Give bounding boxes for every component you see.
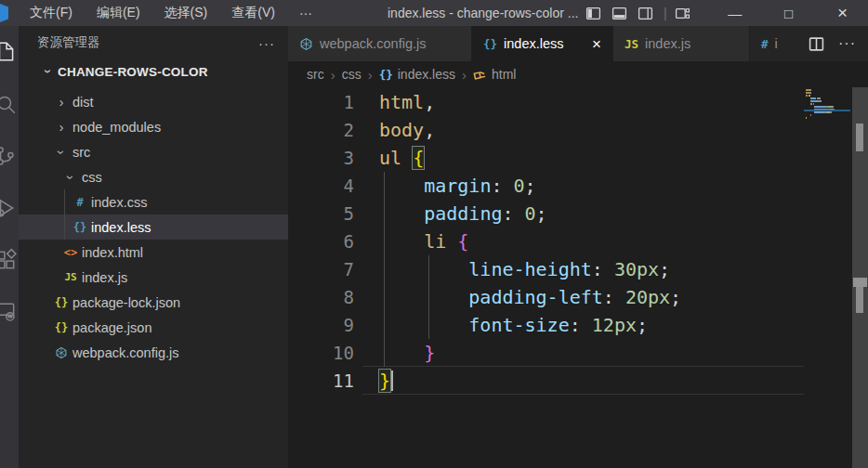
json-file-icon: {} — [52, 321, 71, 334]
scrollbar-cap[interactable] — [853, 278, 867, 287]
code-token — [379, 175, 424, 197]
minimap-line — [806, 95, 808, 97]
tab-label: index.less — [504, 36, 563, 51]
tree-item-package.json[interactable]: {}package.json — [19, 315, 288, 340]
html-file-icon: <> — [61, 246, 80, 259]
tree-item-label: index.html — [82, 245, 143, 260]
code-line-8[interactable]: 8 padding-left: 20px; — [288, 283, 804, 311]
code-token — [401, 147, 413, 169]
split-editor-icon[interactable] — [809, 36, 824, 52]
activity-bar — [0, 26, 19, 468]
scrollbar-track[interactable] — [852, 87, 868, 468]
tree-item-webpack.config.js[interactable]: webpack.config.js — [19, 340, 288, 365]
tree-item-index.html[interactable]: <>index.html — [19, 240, 288, 265]
source-control-icon[interactable] — [0, 130, 19, 182]
minimap-line — [813, 103, 814, 105]
breadcrumb-label: src — [307, 67, 324, 82]
code-token: 0 — [525, 202, 536, 225]
maximize-button[interactable]: □ — [775, 6, 803, 21]
close-button[interactable]: × — [829, 3, 857, 23]
tree-item-label: index.css — [91, 195, 147, 210]
code-line-4[interactable]: 4 margin: 0; — [288, 172, 804, 200]
line-number: 7 — [288, 255, 354, 283]
line-number: 11 — [288, 367, 354, 395]
code-token: line-height — [468, 258, 591, 280]
tab-index.less[interactable]: {}index.less× — [472, 26, 613, 61]
breadcrumb-item-css[interactable]: css — [342, 67, 362, 82]
code-line-1[interactable]: 1html, — [288, 88, 804, 116]
editor-group: webpack.config.js{}index.less×JSindex.js… — [288, 26, 868, 468]
tree-item-css[interactable]: ›css — [19, 164, 288, 189]
line-text: line-height: 30px; — [354, 255, 670, 283]
minimize-button[interactable]: — — [721, 6, 749, 21]
code-line-3[interactable]: 3ul { — [288, 144, 804, 172]
minimap-line — [810, 100, 818, 102]
explorer-more-icon[interactable]: ··· — [258, 35, 275, 51]
tab-index.js[interactable]: JSindex.js — [613, 26, 750, 61]
scrollbar-thumb-2[interactable] — [856, 287, 863, 313]
breadcrumb-item-html[interactable]: html — [473, 67, 516, 82]
json-file-icon: {} — [52, 296, 71, 309]
project-name: CHANGE-ROWS-COLOR — [58, 65, 208, 79]
run-debug-icon[interactable] — [0, 182, 19, 234]
tab-close-icon[interactable]: × — [592, 36, 601, 52]
line-number: 1 — [288, 88, 354, 116]
project-root-row[interactable]: › CHANGE-ROWS-COLOR — [19, 59, 288, 84]
code-line-2[interactable]: 2body, — [288, 116, 804, 144]
code-line-10[interactable]: 10 } — [288, 339, 804, 367]
breadcrumb-item-index.less[interactable]: {}index.less — [379, 67, 455, 82]
code-token: body — [379, 119, 424, 141]
menu-item[interactable]: 查看(V) — [219, 0, 287, 26]
chevron-right-icon: › — [52, 95, 71, 110]
less-file-icon: {} — [379, 68, 393, 82]
tree-item-index.js[interactable]: JSindex.js — [19, 265, 288, 290]
line-text: font-size: 12px; — [354, 311, 648, 339]
window-title: index.less - change-rows-color ... — [388, 0, 578, 26]
layout-customize-icon[interactable] — [675, 6, 690, 21]
tree-item-package-lock.json[interactable]: {}package-lock.json — [19, 290, 288, 315]
layout-panel-icon[interactable] — [612, 6, 627, 21]
file-tree: ›dist›node_modules›src›css#index.css{}in… — [19, 89, 288, 365]
code-token: { — [413, 147, 424, 169]
tree-item-label: webpack.config.js — [72, 345, 178, 360]
extensions-icon[interactable] — [0, 234, 19, 286]
tree-item-index.less[interactable]: {}index.less — [19, 214, 288, 240]
layout-sidebar-left-icon[interactable] — [585, 6, 601, 21]
code-token: padding-left — [468, 286, 603, 308]
tree-item-node_modules[interactable]: ›node_modules — [19, 114, 288, 139]
breadcrumb-label: html — [492, 67, 516, 82]
explorer-icon[interactable] — [0, 26, 19, 78]
scrollbar-thumb[interactable] — [856, 124, 863, 151]
breadcrumb-item-src[interactable]: src — [307, 67, 324, 82]
code-line-11[interactable]: 11} — [288, 367, 804, 395]
code-line-7[interactable]: 7 line-height: 30px; — [288, 255, 804, 283]
line-number: 8 — [288, 283, 354, 311]
code-line-9[interactable]: 9 font-size: 12px; — [288, 311, 804, 339]
menu-item[interactable]: 选择(S) — [152, 0, 220, 26]
search-icon[interactable] — [0, 78, 19, 130]
menu-more-icon[interactable]: ··· — [287, 0, 324, 26]
code-token: 20px — [625, 286, 670, 308]
tree-item-dist[interactable]: ›dist — [19, 89, 288, 114]
menu-item[interactable]: 文件(F) — [18, 0, 85, 26]
code-token — [446, 230, 457, 253]
code-line-5[interactable]: 5 padding: 0; — [288, 200, 804, 228]
tree-item-src[interactable]: ›src — [19, 139, 288, 164]
js-file-icon: JS — [625, 37, 638, 51]
tree-item-index.css[interactable]: #index.css — [19, 189, 288, 214]
code-token: padding — [424, 202, 502, 225]
layout-sidebar-right-icon[interactable] — [638, 6, 653, 21]
code-editor[interactable]: 1html,2body,3ul {4 margin: 0;5 padding: … — [288, 87, 804, 468]
remote-explorer-icon[interactable] — [0, 286, 19, 338]
chevron-down-icon: › — [63, 168, 78, 187]
editor-more-icon[interactable]: ··· — [838, 35, 856, 52]
menu-item[interactable]: 编辑(E) — [85, 0, 152, 26]
code-token: , — [424, 119, 435, 141]
tab-webpack.config.js[interactable]: webpack.config.js — [288, 26, 472, 61]
code-token: : — [570, 314, 592, 336]
minimap[interactable] — [804, 87, 852, 468]
tab-i[interactable]: #i — [750, 26, 802, 61]
code-line-6[interactable]: 6 li { — [288, 228, 804, 255]
controls-separator: | — [664, 6, 667, 20]
line-text: li { — [354, 228, 468, 255]
